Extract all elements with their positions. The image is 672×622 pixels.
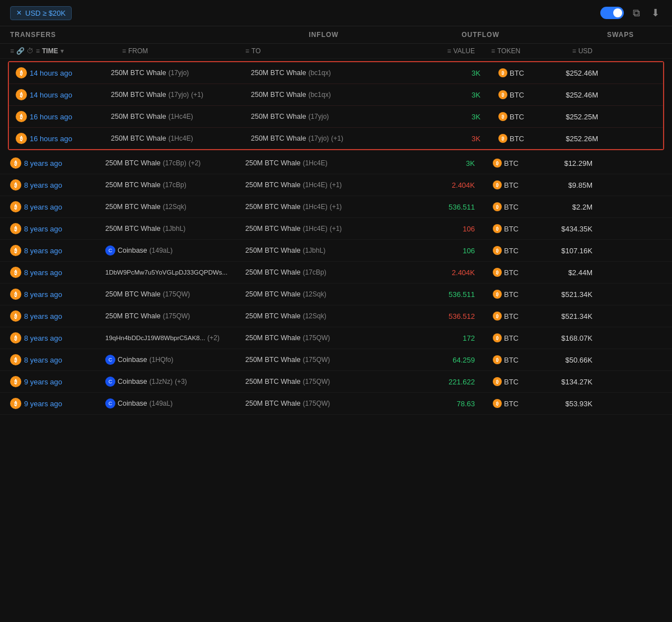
copy-button[interactable]: ⧉ [631, 6, 642, 20]
filter-tag[interactable]: ✕ USD ≥ $20K [10, 6, 72, 20]
table-row[interactable]: ₿ 16 hours ago 250M BTC Whale(1Hc4E) 250… [9, 106, 663, 128]
table-row[interactable]: ₿ 8 years ago CCoinbase(1HQfo) 250M BTC … [0, 349, 672, 371]
cell-token: ₿ BTC [475, 246, 536, 255]
addr-label: 250M BTC Whale [245, 290, 301, 298]
cell-time-icon: ₿ 9 years ago [10, 376, 105, 387]
table-row[interactable]: ₿ 8 years ago CCoinbase(149aL) 250M BTC … [0, 240, 672, 262]
cell-time-icon: ₿ 8 years ago [10, 267, 105, 278]
addr-short: (149aL) [150, 400, 172, 407]
addr-short: (12Sqk) [303, 290, 326, 298]
addr-short: (17yjo) [309, 134, 329, 142]
addr-plus: (+1) [330, 203, 342, 211]
usd-label: USD [578, 47, 592, 55]
cell-time-icon: ₿ 8 years ago [10, 223, 105, 234]
cell-token: ₿ BTC [475, 224, 536, 233]
table-row[interactable]: ₿ 8 years ago 250M BTC Whale(175QW) 250M… [0, 284, 672, 305]
cell-usd: $252.46M [542, 69, 598, 77]
cell-from: 250M BTC Whale(1JbhL) [105, 225, 245, 233]
btc-row-icon: ₿ [10, 223, 21, 234]
table-row[interactable]: ₿ 14 hours ago 250M BTC Whale(17yjo)(+1)… [9, 84, 663, 106]
value-label: VALUE [454, 47, 475, 55]
btc-row-icon: ₿ [10, 289, 21, 300]
from-filter[interactable]: ≡ FROM [122, 47, 245, 55]
to-filter[interactable]: ≡ TO [245, 47, 402, 55]
btc-row-icon: ₿ [10, 179, 21, 191]
to-label: TO [251, 47, 260, 55]
cell-token: ₿ BTC [475, 312, 536, 321]
addr-label: 250M BTC Whale [245, 356, 301, 364]
filter-icon: ≡ [10, 47, 14, 55]
table-row[interactable]: ₿ 8 years ago 250M BTC Whale(17cBp) 250M… [0, 174, 672, 196]
cell-token: ₿ BTC [480, 68, 542, 77]
cell-time: 8 years ago [24, 312, 62, 321]
time-filter-icon: ⏱ [27, 47, 34, 55]
usd-amount: $50.66K [566, 356, 592, 364]
cell-time: 16 hours ago [30, 113, 72, 121]
addr-plus: (+2) [189, 159, 201, 167]
cell-value: 106 [402, 225, 475, 233]
cell-to: 250M BTC Whale(bc1qx) [251, 69, 408, 77]
table-row[interactable]: ₿ 8 years ago 19qHn4bDDcJ19W8WbprC5AK8..… [0, 327, 672, 349]
value-amount: 536.512 [449, 312, 475, 321]
usd-amount: $53.93K [566, 400, 592, 408]
usd-amount: $107.16K [561, 247, 592, 255]
addr-label: 250M BTC Whale [105, 159, 161, 167]
table-row[interactable]: ₿ 8 years ago 250M BTC Whale(1JbhL) 250M… [0, 218, 672, 240]
filter-row: ≡ 🔗 ⏱ ≡ TIME ▾ ≡ FROM ≡ TO ≡ VALUE ≡ TOK… [0, 44, 672, 59]
cell-usd: $252.25M [542, 113, 598, 121]
token-name: BTC [504, 159, 519, 168]
value-amount: 3K [472, 134, 480, 143]
filter-close-icon[interactable]: ✕ [16, 9, 22, 17]
table-row[interactable]: ₿ 9 years ago CCoinbase(149aL) 250M BTC … [0, 393, 672, 415]
addr-label: 250M BTC Whale [111, 91, 166, 99]
value-filter[interactable]: ≡ VALUE [402, 47, 475, 55]
btc-row-icon: ₿ [10, 332, 21, 344]
table-row[interactable]: ₿ 8 years ago 250M BTC Whale(12Sqk) 250M… [0, 196, 672, 218]
btc-token-icon: ₿ [493, 312, 502, 321]
value-amount: 3K [472, 113, 480, 121]
cell-usd: $12.29M [536, 159, 592, 168]
cell-value: 172 [402, 334, 475, 342]
table-row[interactable]: ₿ 8 years ago 250M BTC Whale(17cBp)(+2) … [0, 152, 672, 174]
token-filter[interactable]: ≡ TOKEN [475, 47, 536, 55]
token-name: BTC [504, 268, 519, 277]
usd-amount: $12.29M [564, 159, 592, 168]
col-header-outflow: OUTFLOW [402, 31, 559, 39]
cell-time-icon: ₿ 8 years ago [10, 289, 105, 300]
col-header-inflow: INFLOW [245, 31, 402, 39]
token-label: TOKEN [497, 47, 520, 55]
addr-short: (175QW) [303, 334, 330, 342]
btc-row-icon: ₿ [16, 111, 27, 122]
toggle-switch[interactable] [600, 7, 624, 19]
cell-value: 106 [402, 247, 475, 255]
table-row[interactable]: ₿ 14 hours ago 250M BTC Whale(17yjo) 250… [9, 62, 663, 84]
table-row[interactable]: ₿ 9 years ago CCoinbase(1JzNz)(+3) 250M … [0, 371, 672, 393]
cell-time: 8 years ago [24, 290, 62, 299]
cell-to: 250M BTC Whale(bc1qx) [251, 91, 408, 99]
table-row[interactable]: ₿ 8 years ago 250M BTC Whale(175QW) 250M… [0, 305, 672, 327]
cell-from: 250M BTC Whale(17cBp)(+2) [105, 159, 245, 167]
download-button[interactable]: ⬇ [649, 6, 662, 20]
cell-value: 3K [408, 91, 480, 99]
usd-amount: $521.34K [561, 312, 592, 321]
to-filter-icon: ≡ [245, 47, 249, 55]
usd-filter[interactable]: ≡ USD [536, 47, 592, 55]
cell-from: 250M BTC Whale(1Hc4E) [111, 134, 251, 142]
addr-plus: (+1) [331, 134, 343, 142]
table-body: ₿ 14 hours ago 250M BTC Whale(17yjo) 250… [0, 61, 672, 415]
btc-row-icon: ₿ [10, 267, 21, 278]
table-row[interactable]: ₿ 8 years ago 1DbW9PcMw7u5YoVGLpDJ33GQPD… [0, 262, 672, 284]
cell-time-icon: ₿ 8 years ago [10, 201, 105, 212]
time-label[interactable]: TIME [42, 47, 58, 55]
cell-usd: $521.34K [536, 290, 592, 299]
cell-to: 250M BTC Whale(17yjo) [251, 113, 408, 120]
cell-time-icon: ₿ 16 hours ago [16, 133, 111, 144]
filter-controls[interactable]: ≡ 🔗 ⏱ ≡ TIME ▾ [10, 47, 122, 55]
cell-token: ₿ BTC [475, 202, 536, 211]
token-filter-icon: ≡ [491, 47, 495, 55]
table-row[interactable]: ₿ 16 hours ago 250M BTC Whale(1Hc4E) 250… [9, 128, 663, 149]
addr-label: 250M BTC Whale [105, 225, 161, 233]
usd-amount: $521.34K [561, 290, 592, 299]
btc-row-icon: ₿ [10, 398, 21, 409]
cell-value: 536.511 [402, 290, 475, 299]
